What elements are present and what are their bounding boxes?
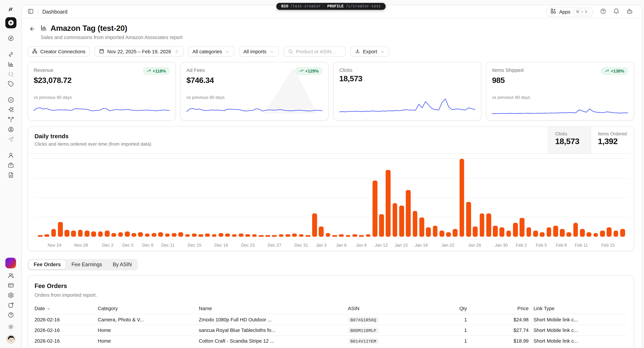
- current-app-tile[interactable]: [5, 17, 16, 28]
- chart-bar: [58, 222, 63, 237]
- chart-bar: [38, 235, 42, 237]
- stat-caption: vs previous 90 days: [186, 95, 224, 100]
- divider: [38, 9, 38, 14]
- user-avatar[interactable]: [6, 335, 16, 344]
- categories-select[interactable]: All categories: [188, 46, 234, 57]
- cell-category: Home: [98, 338, 199, 344]
- sidebar-help-button[interactable]: [5, 310, 16, 320]
- imports-select[interactable]: All imports: [239, 46, 279, 57]
- chart-bar: [158, 232, 163, 237]
- trending-up-icon: [146, 69, 151, 73]
- title-row: Amazon Tag (test-20) Sales and commissio…: [28, 24, 634, 40]
- chart-bar: [493, 226, 498, 237]
- tab-by-asin[interactable]: By ASIN: [108, 260, 137, 269]
- chart-bar: [272, 235, 277, 237]
- x-axis-tick: Dec 5: [122, 242, 134, 247]
- sidebar-toggle-button[interactable]: [28, 8, 34, 15]
- chart-bar: [205, 234, 210, 237]
- table-row[interactable]: 2026-02-16Homesancua Royal Blue Tableclo…: [34, 325, 627, 335]
- cell-category: Home: [98, 327, 199, 333]
- chart-bar: [111, 233, 116, 237]
- profile-label: PROFILE: [327, 4, 344, 8]
- x-axis-tick: Jan 12: [375, 242, 388, 247]
- chart-bar: [573, 223, 578, 237]
- tag-icon: [8, 81, 14, 87]
- creator-connections-button[interactable]: Creator Connections: [28, 46, 90, 57]
- sidebar-sparkles-button[interactable]: [5, 105, 16, 114]
- sidebar-link-button[interactable]: [5, 49, 16, 59]
- search-field[interactable]: [283, 46, 346, 57]
- cell-price: $27.74: [467, 327, 528, 333]
- sidebar-send-button[interactable]: [5, 134, 16, 144]
- chart-bar: [51, 229, 56, 237]
- pill-separator: ·: [323, 4, 325, 8]
- chart-bar: [319, 227, 324, 237]
- page-subtitle: Sales and commissions from imported Amaz…: [40, 34, 182, 40]
- sidebar-credit-card-button[interactable]: [5, 280, 16, 290]
- chart-bar: [252, 234, 257, 237]
- export-button[interactable]: Export: [350, 46, 390, 57]
- x-axis-tick: Dec 11: [161, 242, 174, 247]
- chart-bar: [64, 230, 70, 237]
- sidebar-file-text-button[interactable]: [5, 170, 16, 180]
- sidebar-badge-percent-button[interactable]: [5, 95, 16, 105]
- chart-bar: [386, 170, 391, 237]
- sidebar-settings-button[interactable]: [5, 290, 16, 300]
- sidebar-chart-button[interactable]: [5, 59, 16, 69]
- x-axis-tick: Feb 8: [556, 242, 567, 247]
- filters-row: Creator Connections Nov 22, 2025 – Feb 1…: [28, 46, 634, 57]
- search-input[interactable]: [296, 48, 342, 54]
- apps-button[interactable]: Apps ⌘ + K: [546, 7, 593, 16]
- metric-toggle-clicks[interactable]: Clicks18,573: [548, 127, 590, 153]
- sidebar-tag-button[interactable]: [5, 79, 16, 89]
- x-axis-tick: Feb 5: [536, 242, 547, 247]
- cell-link-type: Short Mobile link c...: [528, 317, 627, 322]
- cell-date: 2026-02-16: [34, 317, 98, 322]
- svg-text:A: A: [8, 71, 10, 74]
- sidebar-briefcase-button[interactable]: [5, 160, 16, 170]
- sidebar-user-button[interactable]: [5, 150, 16, 160]
- chart-bar: [533, 231, 538, 237]
- bio-label: BIO: [281, 4, 288, 8]
- tab-fee-earnings[interactable]: Fee Earnings: [66, 260, 107, 269]
- tab-fee-orders[interactable]: Fee Orders: [29, 260, 66, 269]
- environment-pill[interactable]: BIO /test-creator · PROFILE /c/creator-t…: [276, 3, 386, 10]
- stat-cards-row: Revenue+118%$23,078.72vs previous 90 day…: [28, 62, 634, 121]
- chart-bar: [212, 234, 217, 237]
- sidebar-users-button[interactable]: [5, 270, 16, 280]
- cell-date: 2026-02-16: [34, 338, 98, 344]
- chevron-down-icon: [269, 49, 274, 54]
- workspace-avatar[interactable]: [5, 258, 16, 268]
- grid-plus-icon: [550, 8, 556, 14]
- table-row[interactable]: 2026-02-16HomeCotton Craft - Scandia Str…: [34, 335, 627, 346]
- date-range-picker[interactable]: Nov 22, 2025 – Feb 19, 2026: [94, 46, 183, 57]
- sidebar-sun-button[interactable]: [5, 322, 16, 332]
- assistant-bot-button[interactable]: [626, 8, 633, 16]
- sidebar-compass-button[interactable]: [5, 33, 16, 43]
- x-axis-tick: Feb 11: [575, 242, 588, 247]
- sidebar-split-button[interactable]: [5, 114, 16, 124]
- sidebar-share-button[interactable]: [5, 300, 16, 310]
- chart-bar: [71, 231, 76, 237]
- col-date[interactable]: Date: [34, 306, 98, 311]
- sparkline: [492, 104, 628, 115]
- cell-price: $24.98: [467, 317, 528, 322]
- sidebar-ab-test-button[interactable]: AB: [5, 69, 16, 79]
- trend-badge: +118%: [143, 67, 170, 75]
- fee-orders-subtitle: Orders from imported report.: [34, 292, 627, 298]
- ab-test-icon: AB: [8, 71, 14, 77]
- help-button[interactable]: [600, 8, 606, 15]
- chart-bar: [78, 230, 83, 237]
- categories-value: All categories: [192, 48, 222, 54]
- back-button[interactable]: [28, 25, 36, 34]
- apps-shortcut: ⌘ + K: [573, 8, 590, 15]
- cell-name: sancua Royal Blue Tablecloths fo...: [199, 327, 348, 333]
- cell-qty: 1: [435, 327, 467, 333]
- chart-bar: [600, 231, 605, 237]
- sidebar-circle-user-button[interactable]: [5, 124, 16, 134]
- metric-toggle-items-ordered[interactable]: Items Ordered1,392: [590, 127, 634, 153]
- trends-metric-toggles: Clicks18,573Items Ordered1,392: [548, 127, 634, 153]
- brand-logo-icon: [8, 6, 14, 13]
- table-row[interactable]: 2026-02-16Camera, Photo & V...Zmodo 1080…: [34, 314, 627, 325]
- notifications-button[interactable]: [613, 8, 619, 15]
